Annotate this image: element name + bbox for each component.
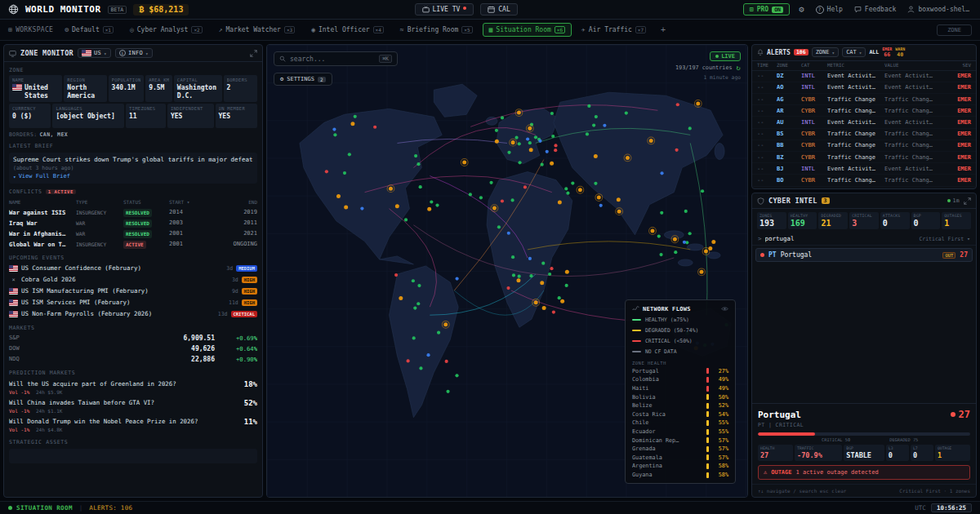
prediction-row[interactable]: Will Donald Trump win the Nobel Peace Pr… — [4, 415, 262, 434]
alert-row[interactable]: -- DZ INTL Event Activit… Event Activit…… — [752, 71, 976, 82]
alerts-all-filter[interactable]: ALL — [869, 49, 879, 55]
conflict-row[interactable]: War in Afghanis… WAR RESOLVED 2001 2021 — [9, 228, 257, 239]
alerts-header: ALERTS 106 ZONE▾ CAT▾ ALL EMER66 WARN40 — [752, 45, 976, 61]
event-row[interactable]: US ISM Services PMI (February) 11d HIGH — [4, 297, 262, 308]
cyber-stat-cell: ATTACKS 0 — [880, 212, 910, 229]
active-workspace-indicator: SITUATION ROOM — [8, 504, 73, 512]
alert-row[interactable]: -- AO INTL Event Activit… Event Activit…… — [752, 82, 976, 94]
legend-item: DEGRADED (50-74%) — [632, 327, 728, 334]
eye-icon[interactable] — [721, 305, 728, 312]
country-select[interactable]: US ▾ — [78, 48, 111, 58]
account-button[interactable]: boxwood-shel… — [905, 4, 972, 15]
workspace-tab[interactable]: ◎ Cyber Analyst ×2 — [123, 23, 209, 37]
market-row[interactable]: DOW 49,626 +0.64% — [4, 343, 262, 354]
event-row[interactable]: US Non-Farm Payrolls (February 2026) 13d… — [4, 308, 262, 320]
workspace-tab[interactable]: ✈ Air Traffic ×7 — [575, 23, 653, 37]
feedback-button[interactable]: Feedback — [852, 4, 899, 15]
alert-row[interactable]: -- BB CYBR Traffic Change Traffic Chang…… — [752, 140, 976, 152]
conflict-row[interactable]: War against ISIS INSURGENCY RESOLVED 201… — [9, 207, 257, 218]
zone-health-row[interactable]: Dominican Rep… 57% — [632, 437, 728, 444]
workspace-tab[interactable]: ↗ Market Watcher ×3 — [212, 23, 302, 37]
world-map-panel[interactable]: ⌘K ⚙ SETTINGS 2 LIVE 193/197 countries ↻… — [266, 44, 748, 498]
market-row[interactable]: NDQ 22,886 +0.90% — [4, 354, 262, 365]
event-severity-badge: HIGH — [242, 299, 257, 306]
alert-row[interactable]: -- BZ CYBR Traffic Change Traffic Chang…… — [752, 152, 976, 163]
event-row[interactable]: Cobra Gold 2026 3d HIGH — [4, 274, 262, 286]
workspace-tab[interactable]: ◉ Intel Officer ×4 — [305, 23, 390, 37]
strategic-assets-label: STRATEGIC ASSETS — [4, 434, 262, 447]
live-dot — [715, 55, 719, 58]
monitor-icon — [9, 50, 16, 57]
workspace-tab[interactable]: ▦ Situation Room ×6 — [483, 23, 572, 37]
cyber-stat-cell: CRITICAL 3 — [849, 212, 879, 229]
emer-count-stat[interactable]: EMER66 — [882, 47, 892, 58]
us-flag-icon — [82, 50, 91, 56]
zone-health-row[interactable]: Belize 52% — [632, 402, 728, 409]
add-workspace-button[interactable]: + — [657, 25, 669, 34]
prediction-row[interactable]: Will China invades Taiwan before GTA VI?… — [4, 397, 262, 415]
statusbar-alerts-count[interactable]: ALERTS: 106 — [89, 504, 132, 512]
alerts-cat-filter[interactable]: CAT▾ — [842, 47, 866, 57]
zone-health-row[interactable]: Grenada 57% — [632, 445, 728, 452]
prediction-row[interactable]: Will the US acquire part of Greenland in… — [4, 378, 262, 397]
live-tv-button[interactable]: LIVE TV — [415, 3, 474, 16]
zone-detail-stats: HEALTH 27 TRAFFIC -70.9% BGP STABLE — [758, 445, 970, 461]
expand-panel-icon[interactable] — [250, 50, 257, 57]
refresh-icon[interactable]: ↻ — [737, 64, 741, 72]
info-select[interactable]: i INFO ▾ — [115, 48, 153, 58]
settings-button[interactable]: ⚙ — [796, 2, 807, 16]
map-settings-button[interactable]: ⚙ SETTINGS 2 — [274, 73, 332, 86]
alert-row[interactable]: -- AR CYBR Traffic Chang… Traffic Chang…… — [752, 105, 976, 117]
alert-row[interactable]: -- BS CYBR Traffic Change Traffic Chang…… — [752, 129, 976, 140]
event-row[interactable]: US ISM Manufacturing PMI (February) 9d H… — [4, 286, 262, 297]
cyber-search-input[interactable] — [765, 235, 839, 242]
conflict-row[interactable]: Iraq War WAR RESOLVED 2003 2011 — [9, 218, 257, 228]
zone-health-row[interactable]: Guatemala 57% — [632, 454, 728, 461]
zone-health-row[interactable]: Colombia 49% — [632, 376, 728, 383]
expand-panel-icon[interactable] — [964, 197, 971, 205]
zone-health-row[interactable]: Guyana 58% — [632, 472, 728, 478]
live-status-chip[interactable]: LIVE — [710, 51, 741, 61]
pro-on-chip: ON — [772, 7, 783, 13]
help-button[interactable]: ? Help — [813, 4, 845, 16]
zone-health-row[interactable]: Bolivia 50% — [632, 394, 728, 401]
btc-ticker[interactable]: ₿ $68,213 — [133, 4, 189, 16]
market-row[interactable]: S&P 6,909.51 +0.69% — [4, 333, 262, 343]
cyber-footer-sort: Critical First · 1 zones — [899, 488, 970, 494]
search-icon — [279, 55, 286, 62]
zone-health-row[interactable]: Haiti 49% — [632, 385, 728, 392]
map-status-stack: LIVE 193/197 countries ↻ 1 minute ago — [675, 51, 741, 80]
cyber-sort-select[interactable]: Critical First ▾ — [919, 236, 970, 242]
zone-health-row[interactable]: Argentina 58% — [632, 463, 728, 469]
gear-icon: ⚙ — [280, 76, 283, 82]
zone-fact-languages: LANGUAGES[object Object] — [52, 104, 124, 128]
warn-count-stat[interactable]: WARN40 — [895, 47, 905, 58]
event-row[interactable]: US Consumer Confidence (February) 3d MED… — [4, 263, 262, 274]
alert-row[interactable]: -- BJ INTL Event Activit… Event Activit…… — [752, 163, 976, 175]
map-search-box[interactable]: ⌘K — [274, 51, 398, 66]
conflicts-sort-start[interactable]: START ▾ — [169, 199, 198, 205]
zone-health-row[interactable]: Ecuador 55% — [632, 428, 728, 435]
zone-health-bar — [706, 377, 709, 383]
alert-row[interactable]: -- AU INTL Event Activit… Event Activit…… — [752, 117, 976, 128]
alert-row[interactable]: -- AG CYBR Traffic Change Traffic Chang…… — [752, 94, 976, 105]
zone-health-row[interactable]: Costa Rica 54% — [632, 411, 728, 418]
view-full-brief-link[interactable]: ▾View Full Brief — [13, 173, 70, 179]
zone-health-row[interactable]: Chile 55% — [632, 419, 728, 426]
calendar-button[interactable]: CAL — [480, 3, 517, 16]
search-shortcut-kbd: ⌘K — [379, 55, 392, 63]
gear-icon: ⚙ — [799, 4, 804, 15]
map-search-input[interactable] — [290, 55, 375, 63]
workspace-tab-label: Situation Room — [496, 26, 550, 33]
workspace-tab[interactable]: ≈ Briefing Room ×5 — [394, 23, 479, 37]
pro-toggle-button[interactable]: ⊞ PRO ON — [743, 3, 790, 16]
zone-detail: Portugal 27 PT | CRITICAL CRITICAL 50 DE… — [752, 403, 976, 480]
zone-quick-box[interactable]: ZONE — [937, 24, 972, 36]
zone-health-row[interactable]: Portugal 27% — [632, 368, 728, 374]
workspace-tab[interactable]: ⚙ Default ×1 — [58, 23, 120, 37]
cyber-zone-row[interactable]: PT Portugal OUT 27 — [755, 248, 973, 262]
legend-swatch — [632, 340, 641, 342]
alert-row[interactable]: -- BO CYBR Traffic Chang… Traffic Chang…… — [752, 175, 976, 186]
alerts-zone-filter[interactable]: ZONE▾ — [812, 47, 839, 57]
conflict-row[interactable]: Global War on T… INSURGENCY ACTIVE 2001 … — [9, 239, 257, 250]
